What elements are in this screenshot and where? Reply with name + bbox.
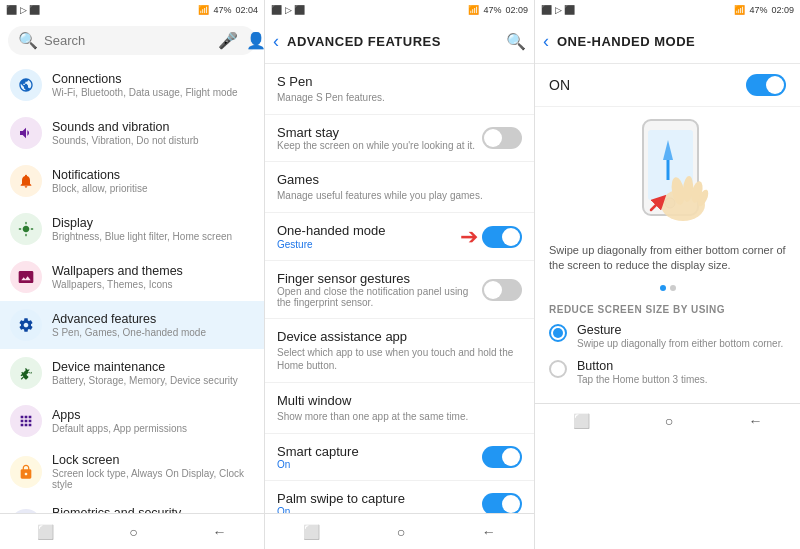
- status-bar-1: ⬛ ▷ ⬛ 📶 47% 02:04: [0, 0, 264, 20]
- feature-finger-sensor[interactable]: Finger sensor gestures Open and close th…: [265, 261, 534, 319]
- settings-item-advanced[interactable]: Advanced features S Pen, Games, One-hand…: [0, 301, 264, 349]
- palm-swipe-toggle[interactable]: [482, 493, 522, 513]
- apps-icon: [10, 405, 42, 437]
- settings-item-apps[interactable]: Apps Default apps, App permissions: [0, 397, 264, 445]
- settings-item-wallpapers[interactable]: Wallpapers and themes Wallpapers, Themes…: [0, 253, 264, 301]
- back-btn[interactable]: ←: [197, 518, 243, 546]
- back-button[interactable]: ‹: [273, 31, 279, 52]
- settings-panel: ⬛ ▷ ⬛ 📶 47% 02:04 🔍 🎤 👤 Connections Wi-F…: [0, 0, 265, 549]
- advanced-features-header: ‹ ADVANCED FEATURES 🔍: [265, 20, 534, 64]
- status-icons-right-3: 📶 47% 02:09: [734, 5, 794, 15]
- connections-text: Connections Wi-Fi, Bluetooth, Data usage…: [52, 72, 238, 98]
- connections-icon: [10, 69, 42, 101]
- maintenance-icon: [10, 357, 42, 389]
- display-text: Display Brightness, Blue light filter, H…: [52, 216, 232, 242]
- status-icons-right-2: 📶 47% 02:09: [468, 5, 528, 15]
- feature-spen[interactable]: S Pen Manage S Pen features.: [265, 64, 534, 115]
- settings-item-display[interactable]: Display Brightness, Blue light filter, H…: [0, 205, 264, 253]
- settings-item-sounds[interactable]: Sounds and vibration Sounds, Vibration, …: [0, 109, 264, 157]
- notification-icons: ⬛ ▷ ⬛: [6, 5, 40, 15]
- one-handed-toggle[interactable]: [482, 226, 522, 248]
- home-btn[interactable]: ○: [113, 518, 153, 546]
- panel2-search-icon[interactable]: 🔍: [506, 32, 526, 51]
- lockscreen-text: Lock screen Screen lock type, Always On …: [52, 453, 254, 490]
- back-btn-3[interactable]: ←: [732, 407, 778, 435]
- one-handed-header: ‹ ONE-HANDED MODE: [535, 20, 800, 64]
- smart-stay-toggle[interactable]: [482, 127, 522, 149]
- signal-icon: 📶: [198, 5, 209, 15]
- gesture-option[interactable]: Gesture Swipe up diagonally from either …: [549, 323, 786, 349]
- dot-1: [660, 285, 666, 291]
- profile-icon[interactable]: 👤: [246, 31, 265, 50]
- bottom-nav-1: ⬜ ○ ←: [0, 513, 264, 549]
- status-bar-3: ⬛ ▷ ⬛ 📶 47% 02:09: [535, 0, 800, 20]
- time-3: 02:09: [771, 5, 794, 15]
- wallpapers-text: Wallpapers and themes Wallpapers, Themes…: [52, 264, 183, 290]
- gesture-label: Gesture: [577, 323, 783, 337]
- status-bar-2: ⬛ ▷ ⬛ 📶 47% 02:09: [265, 0, 534, 20]
- notifications-icon: [10, 165, 42, 197]
- notifications-text: Notifications Block, allow, prioritise: [52, 168, 148, 194]
- button-desc: Tap the Home button 3 times.: [577, 374, 708, 385]
- one-handed-description: Swipe up diagonally from either bottom c…: [535, 237, 800, 280]
- signal-icon-2: 📶: [468, 5, 479, 15]
- gesture-radio[interactable]: [549, 324, 567, 342]
- settings-item-notifications[interactable]: Notifications Block, allow, prioritise: [0, 157, 264, 205]
- feature-multi-window[interactable]: Multi window Show more than one app at t…: [265, 383, 534, 434]
- settings-item-connections[interactable]: Connections Wi-Fi, Bluetooth, Data usage…: [0, 61, 264, 109]
- search-input[interactable]: [44, 33, 212, 48]
- recent-apps-btn-3[interactable]: ⬜: [557, 407, 606, 435]
- battery-2: 47%: [483, 5, 501, 15]
- settings-item-lockscreen[interactable]: Lock screen Screen lock type, Always On …: [0, 445, 264, 498]
- button-label: Button: [577, 359, 708, 373]
- display-icon: [10, 213, 42, 245]
- mic-icon[interactable]: 🎤: [218, 31, 238, 50]
- status-icons-left: ⬛ ▷ ⬛: [6, 5, 40, 15]
- battery-percent: 47%: [213, 5, 231, 15]
- reduce-title: REDUCE SCREEN SIZE BY USING: [549, 304, 786, 315]
- feature-smart-stay[interactable]: Smart stay Keep the screen on while you'…: [265, 115, 534, 162]
- home-btn-2[interactable]: ○: [381, 518, 421, 546]
- search-bar[interactable]: 🔍 🎤 👤: [8, 26, 256, 55]
- settings-item-biometrics[interactable]: Biometrics and security Intelligent Scan…: [0, 498, 264, 513]
- status-icons-right: 📶 47% 02:04: [198, 5, 258, 15]
- advanced-icon: [10, 309, 42, 341]
- signal-icon-3: 📶: [734, 5, 745, 15]
- phone-svg: [618, 115, 718, 235]
- recent-apps-btn-2[interactable]: ⬜: [287, 518, 336, 546]
- panel2-title: ADVANCED FEATURES: [287, 34, 506, 49]
- search-icon: 🔍: [18, 31, 38, 50]
- home-btn-3[interactable]: ○: [649, 407, 689, 435]
- page-dots: [535, 280, 800, 296]
- back-button-3[interactable]: ‹: [543, 31, 549, 52]
- feature-smart-capture[interactable]: Smart capture On: [265, 434, 534, 481]
- feature-games[interactable]: Games Manage useful features while you p…: [265, 162, 534, 213]
- connections-title: Connections: [52, 72, 238, 86]
- button-option[interactable]: Button Tap the Home button 3 times.: [549, 359, 786, 385]
- on-status-row: ON: [535, 64, 800, 107]
- wallpapers-icon: [10, 261, 42, 293]
- reduce-section: REDUCE SCREEN SIZE BY USING Gesture Swip…: [535, 296, 800, 403]
- feature-one-handed[interactable]: One-handed mode Gesture ➔: [265, 213, 534, 261]
- finger-sensor-toggle[interactable]: [482, 279, 522, 301]
- recent-apps-btn[interactable]: ⬜: [21, 518, 70, 546]
- feature-device-assistance[interactable]: Device assistance app Select which app t…: [265, 319, 534, 383]
- panel3-title: ONE-HANDED MODE: [557, 34, 792, 49]
- maintenance-text: Device maintenance Battery, Storage, Mem…: [52, 360, 238, 386]
- back-btn-2[interactable]: ←: [466, 518, 512, 546]
- one-handed-main-toggle[interactable]: [746, 74, 786, 96]
- red-arrow-indicator: ➔: [460, 224, 478, 250]
- battery-3: 47%: [749, 5, 767, 15]
- smart-capture-toggle[interactable]: [482, 446, 522, 468]
- settings-item-maintenance[interactable]: Device maintenance Battery, Storage, Mem…: [0, 349, 264, 397]
- search-bar-icons: 🎤 👤: [218, 31, 265, 50]
- one-handed-mode-panel: ⬛ ▷ ⬛ 📶 47% 02:09 ‹ ONE-HANDED MODE ON: [535, 0, 800, 549]
- time-2: 02:09: [505, 5, 528, 15]
- feature-palm-swipe[interactable]: Palm swipe to capture On: [265, 481, 534, 513]
- button-radio[interactable]: [549, 360, 567, 378]
- connections-subtitle: Wi-Fi, Bluetooth, Data usage, Flight mod…: [52, 87, 238, 98]
- advanced-text: Advanced features S Pen, Games, One-hand…: [52, 312, 206, 338]
- phone-illustration: [535, 107, 800, 237]
- settings-list: Connections Wi-Fi, Bluetooth, Data usage…: [0, 61, 264, 513]
- sounds-icon: [10, 117, 42, 149]
